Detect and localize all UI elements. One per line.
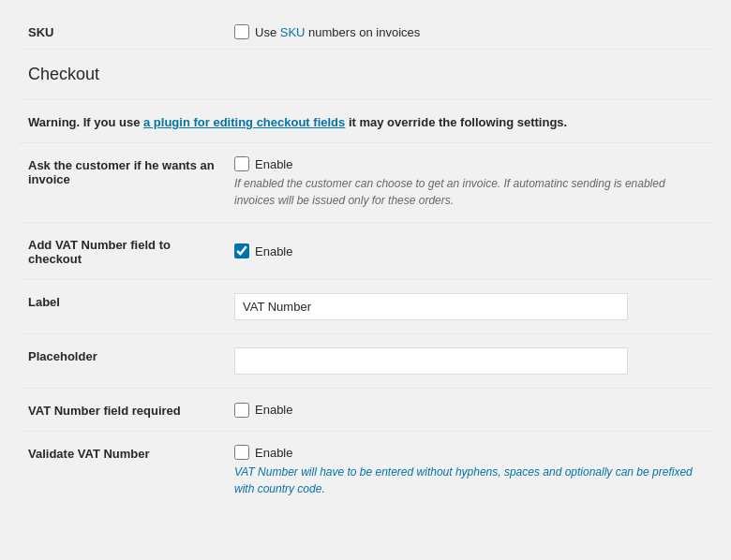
add-vat-enable-text: Enable bbox=[255, 244, 292, 258]
add-vat-checkbox-label[interactable]: Enable bbox=[234, 243, 703, 258]
add-vat-label: Add VAT Number field to checkout bbox=[28, 238, 171, 266]
sku-checkbox[interactable] bbox=[234, 24, 249, 39]
placeholder-input[interactable] bbox=[234, 347, 628, 375]
label-field-label: Label bbox=[28, 295, 60, 309]
label-row: Label bbox=[19, 280, 712, 334]
warning-text: Warning. If you use a plugin for editing… bbox=[28, 115, 567, 129]
validate-vat-description: VAT Number will have to be entered witho… bbox=[234, 464, 703, 497]
ask-invoice-row: Ask the customer if he wants an invoice … bbox=[19, 143, 712, 223]
vat-required-label: VAT Number field required bbox=[28, 404, 181, 418]
validate-vat-label: Validate VAT Number bbox=[28, 447, 150, 461]
settings-page: SKU Use SKU numbers on invoices Checkout bbox=[0, 0, 731, 529]
ask-invoice-enable-text: Enable bbox=[255, 157, 292, 171]
sku-checkbox-text: Use SKU numbers on invoices bbox=[255, 25, 420, 39]
sku-color-text: SKU bbox=[280, 25, 306, 39]
vat-required-row: VAT Number field required Enable bbox=[19, 389, 712, 432]
validate-vat-enable-text: Enable bbox=[255, 446, 292, 460]
add-vat-checkbox[interactable] bbox=[234, 243, 249, 258]
warning-bold: Warning. bbox=[28, 115, 80, 129]
checkout-heading: Checkout bbox=[28, 65, 703, 90]
vat-required-checkbox-label[interactable]: Enable bbox=[234, 403, 703, 418]
label-input[interactable] bbox=[234, 293, 628, 320]
settings-table: SKU Use SKU numbers on invoices Checkout bbox=[19, 15, 712, 510]
placeholder-row: Placeholder bbox=[19, 334, 712, 389]
vat-required-enable-text: Enable bbox=[255, 403, 292, 417]
warning-row: Warning. If you use a plugin for editing… bbox=[19, 100, 712, 143]
add-vat-row: Add VAT Number field to checkout Enable bbox=[19, 223, 712, 280]
ask-invoice-label: Ask the customer if he wants an invoice bbox=[28, 158, 215, 186]
ask-invoice-checkbox-label[interactable]: Enable bbox=[234, 156, 703, 171]
vat-required-checkbox[interactable] bbox=[234, 403, 249, 418]
placeholder-field-label: Placeholder bbox=[28, 349, 97, 363]
validate-vat-checkbox[interactable] bbox=[234, 445, 249, 460]
sku-checkbox-label[interactable]: Use SKU numbers on invoices bbox=[234, 24, 703, 39]
validate-vat-checkbox-label[interactable]: Enable bbox=[234, 445, 703, 460]
checkout-heading-row: Checkout bbox=[19, 50, 712, 100]
sku-label: SKU bbox=[28, 25, 53, 39]
sku-row: SKU Use SKU numbers on invoices bbox=[19, 15, 712, 50]
ask-invoice-description: If enabled the customer can choose to ge… bbox=[234, 175, 703, 209]
ask-invoice-checkbox[interactable] bbox=[234, 156, 249, 171]
validate-vat-row: Validate VAT Number Enable VAT Number wi… bbox=[19, 432, 712, 511]
checkout-fields-link[interactable]: a plugin for editing checkout fields bbox=[143, 115, 345, 129]
